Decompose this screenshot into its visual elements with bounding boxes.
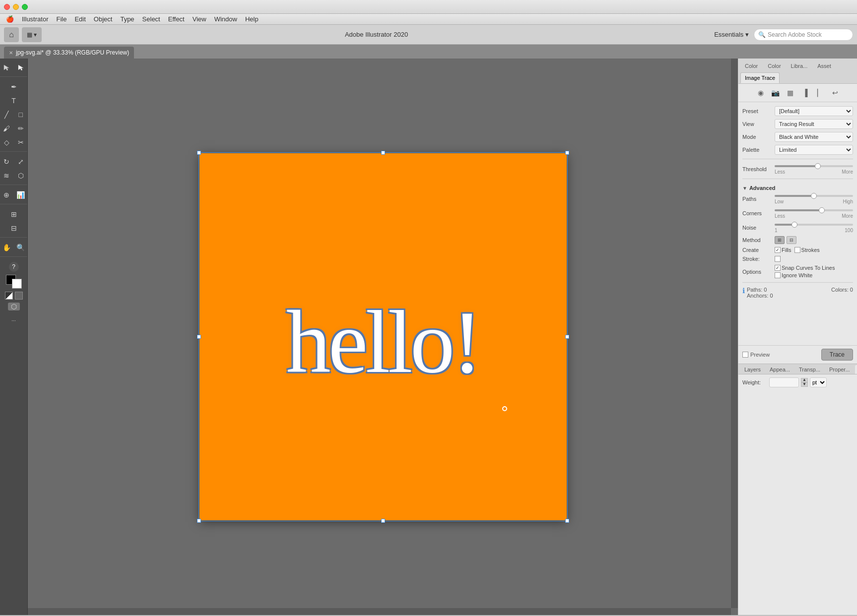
info-icon: ℹ [742, 287, 745, 295]
scale-tool[interactable]: ⤢ [14, 155, 28, 169]
handle-bottom-left[interactable] [197, 519, 201, 523]
help-tool[interactable]: ? [9, 262, 19, 272]
tab-properties[interactable]: Proper... [825, 365, 854, 374]
paths-track[interactable] [775, 195, 853, 197]
tab-stroke[interactable]: Stroke [855, 365, 857, 374]
corners-track[interactable] [775, 209, 853, 211]
stroke-colon-label: Stroke: [742, 256, 775, 262]
free-transform-tool[interactable]: ⬡ [14, 169, 28, 183]
direct-selection-tool[interactable] [14, 61, 28, 74]
swap-colors-btn[interactable] [5, 292, 13, 300]
zoom-tool[interactable]: 🔍 [14, 241, 28, 254]
panel-icon-arrow[interactable]: ↩ [829, 87, 841, 99]
view-select[interactable]: Tracing Result [775, 119, 853, 129]
method-btn-overlapping[interactable]: ⊟ [787, 236, 796, 244]
canvas-color-btn[interactable]: ⬡ [8, 303, 20, 310]
panel-icon-circle[interactable]: ◉ [755, 87, 767, 99]
trace-button[interactable]: Trace [821, 349, 853, 361]
noise-track[interactable] [775, 224, 853, 226]
corners-thumb[interactable] [819, 207, 825, 213]
menu-help[interactable]: Help [241, 14, 263, 24]
close-button[interactable] [4, 4, 10, 10]
artboard-tool[interactable]: ⊞ [7, 207, 21, 221]
selection-tool[interactable] [0, 61, 13, 74]
tab-layers[interactable]: Layers [740, 365, 765, 374]
threshold-thumb[interactable] [815, 163, 821, 169]
panel-icon-camera[interactable]: 📷 [770, 87, 782, 99]
ignore-white-checkbox[interactable] [775, 272, 781, 278]
menu-window[interactable]: Window [210, 14, 241, 24]
pen-tool[interactable]: ✒ [7, 80, 21, 94]
more-tools-btn[interactable]: ··· [7, 313, 21, 327]
horizontal-scrollbar[interactable] [28, 608, 731, 615]
no-color-btn[interactable] [15, 292, 23, 300]
method-btn-abutting[interactable]: ⊞ [775, 236, 785, 244]
threshold-track[interactable] [775, 165, 853, 167]
essentials-dropdown[interactable]: Essentials ▾ [711, 30, 752, 39]
canvas-area: hello! [28, 59, 738, 615]
fills-checkbox[interactable]: ✓ [775, 247, 781, 253]
menu-type[interactable]: Type [116, 14, 138, 24]
minimize-button[interactable] [13, 4, 19, 10]
menu-object[interactable]: Object [90, 14, 117, 24]
shape-tool[interactable]: □ [14, 108, 28, 122]
preset-select[interactable]: [Default] [775, 106, 853, 116]
handle-mid-right[interactable] [565, 335, 569, 339]
scissors-tool[interactable]: ✂ [14, 135, 28, 149]
column-graph-tool[interactable]: 📊 [14, 188, 28, 202]
warp-tool[interactable]: ≋ [0, 169, 13, 183]
menu-apple[interactable]: 🍎 [2, 14, 18, 24]
panel-icon-stroke[interactable]: ▏ [814, 87, 826, 99]
handle-mid-left[interactable] [197, 335, 201, 339]
weight-unit-select[interactable]: pt px [810, 377, 827, 387]
mode-select[interactable]: Black and White [775, 132, 853, 142]
pencil-tool[interactable]: ✏ [14, 122, 28, 135]
slice-tool[interactable]: ⊟ [7, 221, 21, 235]
handle-bottom-center[interactable] [381, 519, 385, 523]
hand-tool[interactable]: ✋ [0, 241, 13, 254]
palette-select[interactable]: Limited [775, 145, 853, 155]
panel-icon-bar[interactable]: ▐ [799, 87, 811, 99]
menu-illustrator[interactable]: Illustrator [18, 14, 52, 24]
menu-effect[interactable]: Effect [164, 14, 189, 24]
snap-curves-checkbox[interactable]: ✓ [775, 265, 781, 271]
stroke-swatch[interactable] [12, 279, 22, 289]
maximize-button[interactable] [22, 4, 28, 10]
symbol-sprayer-tool[interactable]: ⊕ [0, 188, 13, 202]
handle-top-right[interactable] [565, 151, 569, 155]
panel-icon-grid[interactable]: ▦ [785, 87, 796, 99]
handle-top-center[interactable] [381, 151, 385, 155]
line-tool[interactable]: ╱ [0, 108, 13, 122]
tab-close-icon[interactable]: ✕ [9, 50, 13, 56]
weight-stepper-down[interactable]: ▼ [801, 382, 808, 387]
search-adobe-stock[interactable]: 🔍 Search Adobe Stock [754, 29, 853, 41]
eraser-tool[interactable]: ◇ [0, 135, 13, 149]
tab-color2[interactable]: Color [763, 61, 785, 71]
noise-thumb[interactable] [791, 222, 797, 228]
tab-appearance[interactable]: Appea... [766, 365, 794, 374]
tab-color1[interactable]: Color [740, 61, 762, 71]
paths-thumb[interactable] [811, 193, 817, 199]
stroke-checkbox[interactable] [775, 256, 781, 262]
weight-input[interactable] [769, 377, 799, 387]
advanced-section-header[interactable]: ▼ Advanced [742, 183, 853, 193]
strokes-checkbox[interactable] [794, 247, 800, 253]
tab-image-trace[interactable]: Image Trace [740, 72, 780, 83]
handle-bottom-right[interactable] [565, 519, 569, 523]
paintbrush-tool[interactable]: 🖌 [0, 122, 13, 135]
menu-select[interactable]: Select [138, 14, 164, 24]
tab-asset[interactable]: Asset [813, 61, 836, 71]
home-button[interactable]: ⌂ [4, 27, 19, 42]
menu-edit[interactable]: Edit [70, 14, 89, 24]
preview-checkbox[interactable] [742, 352, 748, 358]
tab-transparency[interactable]: Transp... [795, 365, 824, 374]
menu-view[interactable]: View [189, 14, 210, 24]
document-tab[interactable]: ✕ jpg-svg.ai* @ 33.33% (RGB/GPU Preview) [4, 47, 134, 59]
rotate-tool[interactable]: ↻ [0, 155, 13, 169]
tab-libraries[interactable]: Libra... [787, 61, 812, 71]
type-tool[interactable]: T [7, 94, 21, 108]
menu-file[interactable]: File [52, 14, 70, 24]
handle-top-left[interactable] [197, 151, 201, 155]
vertical-scrollbar[interactable] [731, 59, 738, 608]
layout-button[interactable]: ▦ ▾ [22, 27, 42, 42]
